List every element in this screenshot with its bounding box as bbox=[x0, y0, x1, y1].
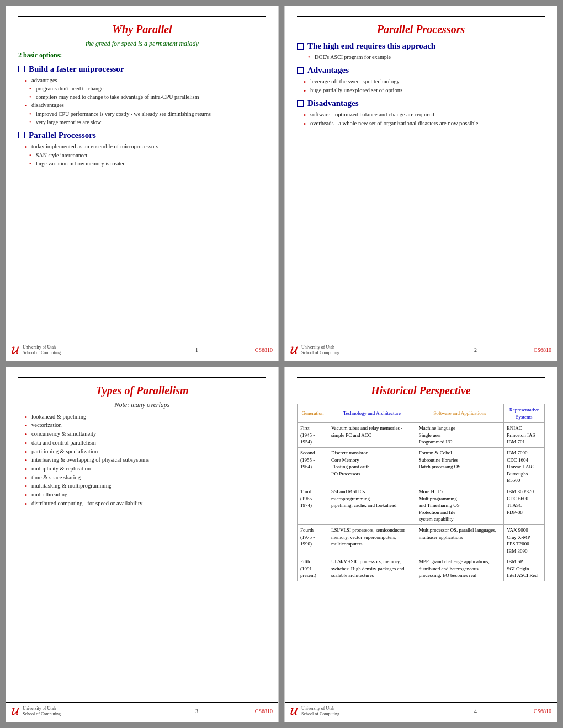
list-item: distributed computing - for speed or ava… bbox=[24, 500, 266, 508]
slide1-section1-heading: Build a faster uniprocessor bbox=[18, 63, 266, 75]
footer-page-4: 4 bbox=[417, 708, 533, 715]
footer-school-2: University of Utah School of Computing bbox=[301, 345, 417, 356]
list-item: multitasking & multiprogramming bbox=[24, 482, 266, 490]
slide2-section3-list: software - optimized balance and change … bbox=[297, 111, 545, 127]
table-cell: MPP: grand challenge applications, distr… bbox=[416, 556, 503, 581]
table-cell: Multiprocessor OS, parallel languages, m… bbox=[416, 524, 503, 556]
slide2-footer: 𝓤 University of Utah School of Computing… bbox=[285, 341, 557, 357]
list-item: SAN style interconnect bbox=[24, 152, 266, 159]
list-item: very large memories are slow bbox=[24, 119, 266, 126]
slide-3: Types of Parallelism Note: many overlaps… bbox=[6, 367, 279, 722]
footer-course-2: CS6810 bbox=[534, 346, 551, 354]
table-cell: Machine language Single user Programmed … bbox=[416, 423, 503, 448]
slide1-title: Why Parallel bbox=[18, 22, 266, 37]
th-generation: Generation bbox=[298, 404, 328, 423]
list-item: data and control parallelism bbox=[24, 439, 266, 447]
th-rep: Representative Systems bbox=[504, 404, 545, 423]
footer-page-3: 3 bbox=[139, 708, 254, 715]
footer-page-1: 1 bbox=[139, 346, 254, 354]
list-item: disadvantages bbox=[24, 101, 266, 110]
list-item: concurrency & simultaneity bbox=[24, 430, 266, 438]
list-item: overheads - a whole new set of organizat… bbox=[302, 120, 545, 128]
table-cell: More HLL's Multiprogramming and Timeshar… bbox=[416, 486, 503, 524]
table-cell: VAX 9000 Cray X-MP FPS T2000 IBM 3090 bbox=[504, 524, 545, 556]
table-cell: Fortran & Cobol Subroutine libraries Bat… bbox=[416, 447, 503, 486]
table-cell: Third (1965 - 1974) bbox=[298, 486, 328, 524]
table-row: Second (1955 - 1964)Discrete transistor … bbox=[298, 447, 545, 486]
footer-course-1: CS6810 bbox=[255, 346, 273, 354]
list-item: today implemented as an ensemble of micr… bbox=[24, 143, 266, 151]
table-cell: ULSI/VHSIC processors, memory, switches:… bbox=[328, 556, 416, 581]
slide1-footer: 𝓤 University of Utah School of Computing… bbox=[6, 341, 278, 357]
list-item: improved CPU performance is very costly … bbox=[24, 110, 266, 118]
list-item: compilers may need to change to take adv… bbox=[24, 93, 266, 101]
list-item: advantages bbox=[24, 77, 266, 85]
footer-logo-4: 𝓤 bbox=[290, 705, 297, 719]
table-cell: SSI and MSI ICs microprogramming pipelin… bbox=[328, 486, 416, 524]
footer-logo-1: 𝓤 bbox=[12, 344, 18, 357]
table-cell: LSI/VLSI processors, semiconductor memor… bbox=[328, 524, 416, 556]
table-cell: IBM 7090 CDC 1604 Univac LARC Burroughs … bbox=[504, 447, 545, 486]
history-table: Generation Technology and Architecture S… bbox=[297, 404, 545, 581]
list-item: software - optimized balance and change … bbox=[302, 111, 545, 119]
footer-page-2: 2 bbox=[417, 346, 533, 354]
list-item: large variation in how memory is treated bbox=[24, 160, 266, 168]
footer-course-4: CS6810 bbox=[534, 708, 551, 715]
list-item: partitioning & specialization bbox=[24, 448, 266, 456]
list-item: DOE's ASCI program for example bbox=[302, 53, 545, 61]
footer-school-4: University of Utah School of Computing bbox=[301, 706, 417, 718]
checkbox-icon-1 bbox=[18, 66, 25, 72]
list-item: multiplicity & replication bbox=[24, 465, 266, 473]
slide2-section2-heading: Advantages bbox=[297, 65, 545, 76]
slide3-note: Note: many overlaps bbox=[18, 400, 266, 410]
footer-logo-2: 𝓤 bbox=[290, 344, 297, 357]
slide3-title: Types of Parallelism bbox=[18, 383, 266, 398]
table-row: Third (1965 - 1974)SSI and MSI ICs micro… bbox=[298, 486, 545, 524]
footer-school-3: University of Utah School of Computing bbox=[23, 706, 139, 718]
slide1-subtitle: the greed for speed is a permanent malad… bbox=[18, 39, 266, 49]
slide1-section2-heading: Parallel Processors bbox=[18, 130, 266, 141]
slide-4: Historical Perspective Generation Techno… bbox=[284, 367, 557, 722]
slide-2: Parallel Processors The high end require… bbox=[284, 6, 557, 361]
slide3-footer: 𝓤 University of Utah School of Computing… bbox=[6, 702, 278, 719]
table-cell: Second (1955 - 1964) bbox=[298, 447, 328, 486]
table-cell: IBM SP SGI Origin Intel ASCI Red bbox=[504, 556, 545, 581]
slide4-title: Historical Perspective bbox=[297, 383, 545, 398]
table-cell: Discrete transistor Core Memory Floating… bbox=[328, 447, 416, 486]
checkbox-icon-2 bbox=[18, 132, 25, 138]
table-row: Fifth (1991 - present)ULSI/VHSIC process… bbox=[298, 556, 545, 581]
checkbox-icon-4 bbox=[297, 67, 304, 74]
slide1-basic-options: 2 basic options: bbox=[18, 51, 266, 60]
slide2-section1-list: DOE's ASCI program for example bbox=[297, 53, 545, 61]
slide1-section1-list: advantages programs don't need to change… bbox=[18, 77, 266, 126]
slide2-section3-heading: Disadvantages bbox=[297, 98, 545, 109]
footer-school-1: University of Utah School of Computing bbox=[23, 345, 139, 356]
table-cell: Vacuum tubes and relay memories - simple… bbox=[328, 423, 416, 448]
table-cell: IBM 360/370 CDC 6600 TI ASC PDP-88 bbox=[504, 486, 545, 524]
footer-logo-3: 𝓤 bbox=[12, 705, 18, 719]
list-item: vectorization bbox=[24, 421, 266, 430]
checkbox-icon-3 bbox=[297, 43, 304, 50]
list-item: programs don't need to change bbox=[24, 85, 266, 93]
table-cell: Fourth (1975 - 1990) bbox=[298, 524, 328, 556]
list-item: leverage off the sweet spot technology bbox=[302, 78, 545, 86]
slide2-title: Parallel Processors bbox=[297, 22, 545, 37]
footer-course-3: CS6810 bbox=[255, 708, 273, 715]
th-tech: Technology and Architecture bbox=[328, 404, 416, 423]
table-cell: Fifth (1991 - present) bbox=[298, 556, 328, 581]
list-item: multi-threading bbox=[24, 491, 266, 499]
list-item: time & space sharing bbox=[24, 474, 266, 482]
slide2-section1-heading: The high end requires this approach bbox=[297, 40, 545, 52]
table-row: Fourth (1975 - 1990)LSI/VLSI processors,… bbox=[298, 524, 545, 556]
th-software: Software and Applications bbox=[416, 404, 503, 423]
slide2-section2-list: leverage off the sweet spot technology h… bbox=[297, 78, 545, 94]
slide-1: Why Parallel the greed for speed is a pe… bbox=[6, 6, 279, 361]
table-row: First (1945 - 1954)Vacuum tubes and rela… bbox=[298, 423, 545, 448]
slides-grid: Why Parallel the greed for speed is a pe… bbox=[0, 0, 563, 728]
checkbox-icon-5 bbox=[297, 100, 304, 107]
table-cell: First (1945 - 1954) bbox=[298, 423, 328, 448]
list-item: interleaving & overlapping of physical s… bbox=[24, 456, 266, 464]
table-cell: ENIAC Princeton IAS IBM 701 bbox=[504, 423, 545, 448]
slide4-footer: 𝓤 University of Utah School of Computing… bbox=[285, 702, 557, 719]
list-item: huge partially unexplored set of options bbox=[302, 87, 545, 95]
